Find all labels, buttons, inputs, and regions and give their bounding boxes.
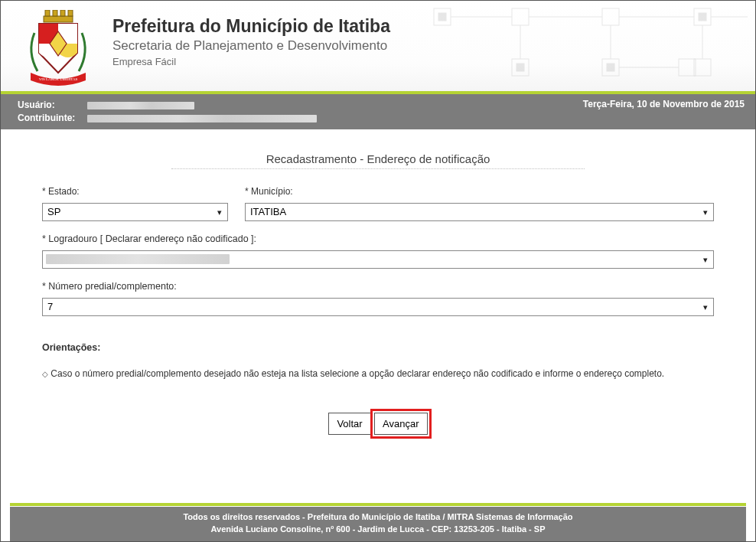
app-window: VIS LABOR LIBERTAS Prefeitura do Municíp… — [0, 0, 756, 542]
logradouro-select[interactable] — [42, 250, 714, 269]
svg-rect-21 — [45, 10, 50, 16]
contribuinte-value-redacted — [87, 115, 317, 122]
header-title: Prefeitura do Município de Itatiba — [112, 16, 390, 38]
logradouro-field: * Logradouro [ Declarar endereço não cod… — [42, 233, 714, 269]
svg-rect-22 — [53, 10, 57, 16]
contribuinte-label: Contribuinte: — [18, 112, 85, 125]
svg-rect-3 — [512, 8, 529, 25]
municipality-coat-of-arms-icon: VIS LABOR LIBERTAS — [22, 8, 94, 88]
svg-rect-6 — [516, 64, 524, 71]
svg-rect-18 — [694, 59, 711, 76]
avancar-button[interactable]: Avançar — [374, 413, 427, 435]
numero-select[interactable]: 7 — [42, 298, 714, 316]
header-subtitle: Secretaria de Planejamento e Desenvolvim… — [112, 38, 390, 54]
footer-line-2: Avenida Luciano Consoline, nº 600 - Jard… — [10, 524, 746, 535]
current-date-text: Terça-Feira, 10 de Novembro de 2015 — [583, 99, 745, 109]
svg-rect-11 — [607, 64, 614, 71]
estado-select[interactable]: SP — [42, 203, 228, 221]
user-label: Usuário: — [18, 99, 85, 112]
user-value-redacted — [87, 102, 194, 109]
municipio-field: * Município: ITATIBA — [245, 186, 714, 221]
user-info-left: Usuário: Contribuinte: — [18, 99, 317, 125]
svg-rect-1 — [438, 13, 446, 21]
header: VIS LABOR LIBERTAS Prefeitura do Municíp… — [1, 1, 755, 91]
svg-rect-20 — [44, 16, 73, 22]
svg-rect-16 — [699, 13, 706, 21]
page-title-underline — [171, 168, 585, 169]
numero-label: * Número predial/complemento: — [42, 281, 714, 292]
logradouro-label: * Logradouro [ Declarar endereço não cod… — [42, 233, 714, 244]
municipio-label: * Município: — [245, 186, 714, 197]
button-row: Voltar Avançar — [42, 413, 714, 435]
municipio-select[interactable]: ITATIBA — [245, 203, 714, 221]
svg-rect-13 — [679, 59, 696, 76]
orientacoes-section: Orientações: ◇ Caso o número predial/com… — [42, 342, 714, 380]
svg-rect-24 — [68, 10, 73, 16]
orientacoes-text: ◇ Caso o número predial/complemento dese… — [42, 367, 714, 380]
orientacoes-body: Caso o número predial/complemento deseja… — [51, 368, 664, 379]
numero-field: * Número predial/complemento: 7 — [42, 281, 714, 316]
page-title: Recadastramento - Endereço de notificaçã… — [42, 152, 714, 165]
header-titles: Prefeitura do Município de Itatiba Secre… — [112, 8, 390, 67]
estado-field: * Estado: SP — [42, 186, 228, 221]
main-content: Recadastramento - Endereço de notificaçã… — [1, 129, 755, 435]
svg-rect-23 — [60, 10, 65, 16]
footer: Todos os direitos reservados - Prefeitur… — [10, 507, 746, 541]
svg-text:VIS LABOR LIBERTAS: VIS LABOR LIBERTAS — [39, 77, 78, 81]
orientacoes-heading: Orientações: — [42, 342, 714, 353]
estado-label: * Estado: — [42, 186, 228, 197]
footer-accent-bar — [10, 503, 746, 506]
bullet-diamond-icon: ◇ — [42, 370, 48, 378]
user-info-bar: Usuário: Contribuinte: Terça-Feira, 10 d… — [1, 94, 755, 129]
footer-line-1: Todos os direitos reservados - Prefeitur… — [10, 511, 746, 523]
voltar-button[interactable]: Voltar — [328, 413, 370, 435]
header-appname: Empresa Fácil — [112, 56, 390, 67]
svg-rect-8 — [602, 8, 619, 25]
header-decoration — [426, 1, 755, 91]
